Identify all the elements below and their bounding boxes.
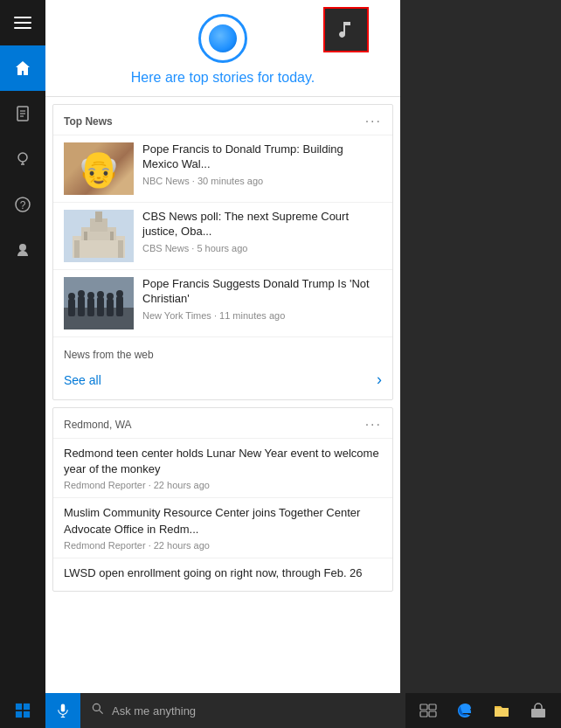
taskbar-search[interactable]: Ask me anything (80, 693, 405, 728)
music-icon (336, 19, 357, 40)
svg-rect-49 (429, 711, 436, 717)
top-news-card: Top News ··· 👴 Pope Francis to Donald Tr… (52, 104, 393, 400)
news-item-3[interactable]: Pope Francis Suggests Donald Trump Is 'N… (53, 269, 392, 336)
cortana-tagline: Here are top stories for today. (131, 70, 315, 86)
task-view-button[interactable] (412, 695, 444, 726)
file-explorer-button[interactable] (486, 695, 517, 726)
sidebar-menu-button[interactable] (0, 0, 45, 45)
right-panel (400, 0, 561, 693)
svg-rect-38 (24, 704, 30, 710)
top-news-title: Top News (64, 115, 113, 128)
news-item-3-image (64, 277, 134, 329)
search-icon (91, 702, 105, 719)
svg-rect-37 (16, 704, 22, 710)
music-notification-button[interactable] (323, 7, 369, 52)
store-button[interactable] (523, 695, 554, 726)
local-location: Redmond, WA (64, 419, 132, 431)
news-item-3-source: New York Times · 11 minutes ago (142, 310, 382, 321)
svg-rect-48 (420, 711, 427, 717)
microphone-button[interactable] (45, 693, 80, 728)
svg-line-45 (100, 711, 103, 714)
svg-point-34 (97, 291, 104, 298)
local-news-item-3[interactable]: LWSD open enrollment going on right now,… (53, 558, 392, 591)
svg-point-32 (78, 290, 85, 297)
svg-rect-26 (78, 296, 85, 316)
svg-rect-25 (68, 299, 75, 316)
news-item-3-headline: Pope Francis Suggests Donald Trump Is 'N… (142, 277, 382, 307)
see-all-button[interactable]: See all › (53, 362, 392, 399)
svg-rect-27 (87, 298, 94, 316)
news-item-3-text: Pope Francis Suggests Donald Trump Is 'N… (142, 277, 382, 321)
svg-rect-21 (110, 232, 114, 240)
local-news-source-2: Redmond Reporter · 22 hours ago (64, 540, 382, 551)
local-news-source-1: Redmond Reporter · 22 hours ago (64, 480, 382, 490)
taskbar-icons (405, 695, 561, 726)
news-item-1-image: 👴 (64, 142, 134, 195)
svg-rect-47 (429, 704, 436, 710)
news-from-web-label: News from the web (64, 349, 154, 361)
sidebar-item-notebook[interactable] (0, 91, 45, 136)
news-item-1-source: NBC News · 30 minutes ago (142, 176, 382, 186)
svg-point-35 (107, 293, 114, 300)
sidebar-item-feedback[interactable] (0, 227, 45, 273)
svg-rect-20 (84, 232, 87, 240)
start-button[interactable] (0, 693, 45, 728)
news-item-1-headline: Pope Francis to Donald Trump: Building M… (142, 142, 382, 172)
news-item-2-image (64, 210, 134, 262)
news-item-2-headline: CBS News poll: The next Supreme Court ju… (142, 210, 382, 239)
svg-rect-46 (420, 704, 427, 710)
svg-point-36 (116, 290, 123, 297)
svg-rect-18 (74, 240, 80, 258)
see-all-text: See all (64, 373, 101, 387)
news-item-1-text: Pope Francis to Donald Trump: Building M… (142, 142, 382, 186)
svg-point-12 (19, 244, 26, 251)
svg-rect-2 (14, 27, 31, 29)
local-news-header: Redmond, WA ··· (53, 408, 392, 438)
svg-rect-41 (61, 704, 66, 712)
local-news-headline-2: Muslim Community Resource Center joins T… (64, 505, 382, 537)
svg-rect-1 (14, 22, 31, 24)
local-news-menu[interactable]: ··· (365, 417, 382, 433)
sidebar: ? (0, 0, 45, 693)
svg-point-44 (93, 704, 100, 711)
svg-rect-0 (14, 17, 31, 18)
news-item-2-source: CBS News · 5 hours ago (142, 243, 382, 253)
news-from-web-section: News from the web (53, 336, 392, 362)
local-news-card: Redmond, WA ··· Redmond teen center hold… (52, 407, 393, 592)
top-news-header: Top News ··· (53, 105, 392, 135)
svg-point-7 (18, 153, 27, 162)
svg-rect-29 (107, 299, 114, 316)
chevron-right-icon: › (377, 371, 382, 389)
local-news-headline-3: LWSD open enrollment going on right now,… (64, 565, 382, 581)
news-item-2[interactable]: CBS News poll: The next Supreme Court ju… (53, 202, 392, 269)
main-content: Here are top stories for today. Top News… (45, 0, 400, 693)
sidebar-item-home[interactable] (0, 45, 45, 91)
edge-browser-button[interactable] (449, 695, 481, 726)
local-news-item-1[interactable]: Redmond teen center holds Lunar New Year… (53, 438, 392, 497)
svg-rect-19 (118, 240, 123, 258)
svg-rect-28 (97, 297, 104, 316)
svg-rect-39 (16, 711, 22, 718)
svg-rect-40 (24, 711, 30, 718)
cortana-inner (209, 24, 237, 52)
svg-rect-50 (531, 709, 545, 718)
taskbar: Ask me anything (0, 693, 561, 728)
svg-point-31 (68, 293, 75, 300)
svg-point-33 (87, 292, 94, 299)
sidebar-item-help[interactable]: ? (0, 182, 45, 227)
top-news-menu[interactable]: ··· (365, 114, 382, 129)
local-news-headline-1: Redmond teen center holds Lunar New Year… (64, 446, 382, 477)
local-news-item-2[interactable]: Muslim Community Resource Center joins T… (53, 497, 392, 557)
cortana-logo (198, 14, 247, 63)
svg-rect-17 (95, 211, 102, 222)
svg-text:?: ? (20, 199, 26, 211)
svg-rect-30 (116, 296, 123, 316)
sidebar-item-insights[interactable] (0, 136, 45, 182)
taskbar-search-text: Ask me anything (112, 704, 196, 718)
news-item-2-text: CBS News poll: The next Supreme Court ju… (142, 210, 382, 253)
news-item-1[interactable]: 👴 Pope Francis to Donald Trump: Building… (53, 135, 392, 202)
